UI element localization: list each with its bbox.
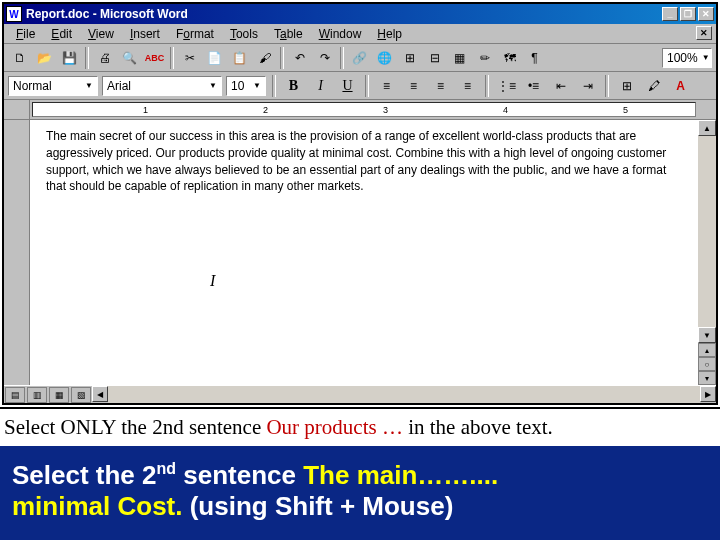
document-area: The main secret of our success in this a…	[4, 120, 716, 385]
horizontal-scrollbar[interactable]: ◀ ▶	[92, 386, 716, 403]
redo-icon[interactable]: ↷	[313, 47, 336, 69]
show-hide-icon[interactable]: ¶	[523, 47, 546, 69]
chevron-down-icon: ▼	[81, 81, 93, 90]
menu-file[interactable]: File	[8, 25, 43, 43]
ruler-mark-5: 5	[623, 105, 628, 115]
drawing-icon[interactable]: ✏	[473, 47, 496, 69]
scroll-down-button[interactable]: ▼	[698, 327, 716, 343]
align-left-icon[interactable]: ≡	[375, 75, 398, 97]
increase-indent-icon[interactable]: ⇥	[576, 75, 599, 97]
menu-tools[interactable]: Tools	[222, 25, 266, 43]
window-title: Report.doc - Microsoft Word	[26, 7, 662, 21]
cut-icon[interactable]: ✂	[178, 47, 201, 69]
undo-icon[interactable]: ↶	[288, 47, 311, 69]
underline-button[interactable]: U	[336, 75, 359, 97]
align-center-icon[interactable]: ≡	[402, 75, 425, 97]
ruler-mark-3: 3	[383, 105, 388, 115]
menu-view[interactable]: View	[80, 25, 122, 43]
toolbar-separator	[485, 75, 489, 97]
decrease-indent-icon[interactable]: ⇤	[549, 75, 572, 97]
font-combo[interactable]: Arial▼	[102, 76, 222, 96]
horizontal-ruler[interactable]: 1 2 3 4 5	[32, 102, 696, 117]
menubar: File Edit View Insert Format Tools Table…	[4, 24, 716, 44]
chevron-down-icon: ▼	[249, 81, 261, 90]
style-value: Normal	[13, 79, 52, 93]
menu-help[interactable]: Help	[369, 25, 410, 43]
online-layout-view-button[interactable]: ▥	[27, 387, 47, 403]
open-icon[interactable]: 📂	[33, 47, 56, 69]
instruction1-part-c: in the above text.	[403, 415, 553, 439]
menu-table[interactable]: Table	[266, 25, 311, 43]
minimize-button[interactable]: _	[662, 7, 678, 21]
font-size-value: 10	[231, 79, 244, 93]
tables-borders-icon[interactable]: ⊞	[398, 47, 421, 69]
scroll-track[interactable]	[698, 136, 716, 327]
document-map-icon[interactable]: 🗺	[498, 47, 521, 69]
ruler-mark-4: 4	[503, 105, 508, 115]
ruler-corner	[4, 100, 30, 119]
highlight-icon[interactable]: 🖍	[642, 75, 665, 97]
document-text[interactable]: The main secret of our success in this a…	[46, 128, 682, 195]
toolbar-separator	[340, 47, 344, 69]
scroll-left-button[interactable]: ◀	[92, 386, 108, 402]
menu-insert[interactable]: Insert	[122, 25, 168, 43]
toolbar-separator	[280, 47, 284, 69]
ruler-mark-2: 2	[263, 105, 268, 115]
bottom-bar: ▤ ▥ ▦ ▧ ◀ ▶	[4, 385, 716, 403]
font-color-icon[interactable]: A	[669, 75, 692, 97]
zoom-combo[interactable]: 100%▼	[662, 48, 712, 68]
justify-icon[interactable]: ≡	[456, 75, 479, 97]
zoom-value: 100%	[667, 51, 698, 65]
format-painter-icon[interactable]: 🖌	[253, 47, 276, 69]
standard-toolbar: 🗋 📂 💾 🖨 🔍 ABC ✂ 📄 📋 🖌 ↶ ↷ 🔗 🌐 ⊞ ⊟ ▦ ✏ 🗺 …	[4, 44, 716, 72]
instruction2-part-a: Select the 2	[12, 460, 157, 490]
font-value: Arial	[107, 79, 131, 93]
scroll-up-button[interactable]: ▲	[698, 120, 716, 136]
close-button[interactable]: ✕	[698, 7, 714, 21]
save-icon[interactable]: 💾	[58, 47, 81, 69]
print-icon[interactable]: 🖨	[93, 47, 116, 69]
scroll-right-button[interactable]: ▶	[700, 386, 716, 402]
spellcheck-icon[interactable]: ABC	[143, 47, 166, 69]
instruction2-part-b: sentence	[176, 460, 303, 490]
word-window: W Report.doc - Microsoft Word _ ❐ ✕ File…	[2, 2, 718, 405]
chevron-down-icon: ▼	[698, 53, 710, 62]
text-cursor-icon: I	[210, 270, 215, 292]
toolbar-separator	[272, 75, 276, 97]
style-combo[interactable]: Normal▼	[8, 76, 98, 96]
hscroll-track[interactable]	[108, 386, 700, 403]
page-layout-view-button[interactable]: ▦	[49, 387, 69, 403]
formatting-toolbar: Normal▼ Arial▼ 10▼ B I U ≡ ≡ ≡ ≡ ⋮≡ •≡ ⇤…	[4, 72, 716, 100]
next-page-button[interactable]: ▾	[698, 371, 716, 385]
borders-icon[interactable]: ⊞	[615, 75, 638, 97]
document-page[interactable]: The main secret of our success in this a…	[30, 120, 698, 385]
align-right-icon[interactable]: ≡	[429, 75, 452, 97]
menu-format[interactable]: Format	[168, 25, 222, 43]
font-size-combo[interactable]: 10▼	[226, 76, 266, 96]
normal-view-button[interactable]: ▤	[5, 387, 25, 403]
prev-page-button[interactable]: ▴	[698, 343, 716, 357]
restore-button[interactable]: ❐	[680, 7, 696, 21]
instruction2-part-c: The main……....	[303, 460, 498, 490]
document-close-button[interactable]: ✕	[696, 26, 712, 40]
bullet-list-icon[interactable]: •≡	[522, 75, 545, 97]
insert-table-icon[interactable]: ⊟	[423, 47, 446, 69]
browse-object-button[interactable]: ○	[698, 357, 716, 371]
menu-edit[interactable]: Edit	[43, 25, 80, 43]
print-preview-icon[interactable]: 🔍	[118, 47, 141, 69]
new-doc-icon[interactable]: 🗋	[8, 47, 31, 69]
copy-icon[interactable]: 📄	[203, 47, 226, 69]
italic-button[interactable]: I	[309, 75, 332, 97]
outline-view-button[interactable]: ▧	[71, 387, 91, 403]
ruler-mark-1: 1	[143, 105, 148, 115]
paste-icon[interactable]: 📋	[228, 47, 251, 69]
numbered-list-icon[interactable]: ⋮≡	[495, 75, 518, 97]
web-toolbar-icon[interactable]: 🌐	[373, 47, 396, 69]
view-buttons: ▤ ▥ ▦ ▧	[4, 386, 92, 403]
menu-window[interactable]: Window	[311, 25, 370, 43]
columns-icon[interactable]: ▦	[448, 47, 471, 69]
left-margin-bar	[4, 120, 30, 385]
hyperlink-icon[interactable]: 🔗	[348, 47, 371, 69]
bold-button[interactable]: B	[282, 75, 305, 97]
vertical-scrollbar[interactable]: ▲ ▼ ▴ ○ ▾	[698, 120, 716, 385]
